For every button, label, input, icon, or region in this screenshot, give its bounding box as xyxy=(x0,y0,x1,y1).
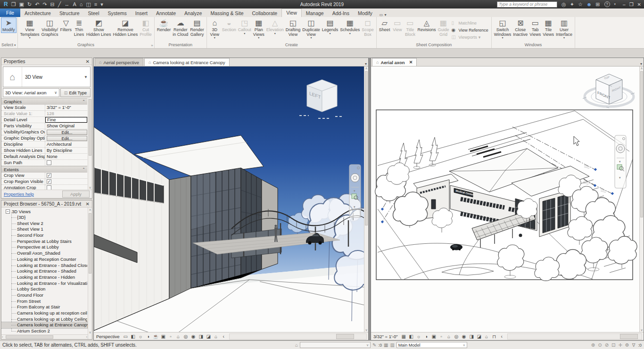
drag-on-selection-icon[interactable]: ✛ xyxy=(618,342,622,348)
section-header-graphics[interactable]: Graphics⌃ xyxy=(1,98,87,105)
ribbon-tab-collaborate[interactable]: Collaborate xyxy=(248,9,281,17)
scroll-down-icon[interactable]: ∨ xyxy=(364,328,368,332)
plan-views-button[interactable]: ▦Plan Views▾ xyxy=(252,18,265,39)
tree-item[interactable]: Looking at Entrance - for Visualizatio xyxy=(1,281,87,287)
filters-button[interactable]: ▽Filters xyxy=(59,18,73,33)
tree-item[interactable]: Looking at Entrance - Shaded Close xyxy=(1,263,87,269)
close-button[interactable]: ✕ xyxy=(637,2,641,7)
drafting-view-button[interactable]: ◱Drafting View xyxy=(285,18,302,37)
text-icon[interactable]: A xyxy=(73,0,76,8)
tree-collapse-icon[interactable]: − xyxy=(6,209,10,214)
scroll-left-icon[interactable]: ‹ xyxy=(2,335,3,339)
panel-label[interactable]: Select ▾ xyxy=(0,42,17,48)
save-icon[interactable]: ▣ xyxy=(19,0,24,8)
temporary-view-properties-icon[interactable]: ◨ xyxy=(468,333,475,340)
checkbox-checked[interactable]: ✓ xyxy=(47,173,51,178)
show-crop-region-icon[interactable]: ▫ xyxy=(167,333,174,340)
select-links-icon[interactable]: ⊕ xyxy=(591,342,595,348)
property-value[interactable]: None xyxy=(45,154,87,159)
canvas-vscrollbar-right[interactable]: ∧ ∨ xyxy=(639,66,644,332)
properties-scrollbar[interactable]: ∨ xyxy=(88,98,92,190)
steering-wheel-icon[interactable] xyxy=(351,174,359,182)
view-tab-aerial-perspective[interactable]: ⌂Aerial perspective xyxy=(95,58,143,66)
close-icon[interactable]: ✕ xyxy=(86,201,90,207)
exclude-options-icon[interactable]: ▥ xyxy=(390,342,394,348)
scroll-down-icon[interactable]: ∨ xyxy=(640,328,644,332)
scroll-up-icon[interactable]: ∧ xyxy=(88,208,92,212)
tree-item-selected[interactable]: Camera looking at Entrance Canopy xyxy=(1,322,89,328)
checkbox[interactable] xyxy=(47,185,51,190)
perspective-canvas[interactable]: LEFT ▾ ▾ xyxy=(94,66,368,332)
close-icon[interactable]: ✕ xyxy=(86,59,90,64)
visual-style-icon[interactable]: ◧ xyxy=(408,333,415,340)
render-gallery-button[interactable]: ▤Render Gallery xyxy=(189,18,205,37)
render-button[interactable]: ☕Render xyxy=(156,18,172,33)
reveal-hidden-elements-icon[interactable]: ◉ xyxy=(461,333,468,340)
ribbon-tab-structure[interactable]: Structure xyxy=(55,9,84,17)
canvas-vscrollbar-left[interactable]: ∧ ∨ xyxy=(364,66,368,332)
sync-icon[interactable]: ↻ xyxy=(27,0,32,8)
thin-lines-icon[interactable]: ≡ xyxy=(94,0,97,8)
render-in-cloud-button[interactable]: ☁Render in Cloud xyxy=(172,18,189,37)
property-value[interactable]: Edit... xyxy=(45,129,87,135)
tree-root-3d-views[interactable]: −3D Views xyxy=(1,208,92,215)
tree-item[interactable]: Looking at Entrance - Hidden xyxy=(1,274,87,281)
measure-icon[interactable]: ╱ xyxy=(58,0,61,8)
displacement-sets-icon[interactable]: ⌂ xyxy=(483,333,490,340)
tree-item[interactable]: Looking at Reception Counter xyxy=(1,257,87,263)
worksharing-display-icon[interactable]: ◪ xyxy=(205,333,212,340)
background-processes-icon[interactable]: ⚙ xyxy=(625,342,629,348)
open-icon[interactable]: ❐ xyxy=(11,0,16,8)
property-value[interactable]: By Discipline xyxy=(45,148,87,153)
canvas-hscrollbar[interactable] xyxy=(229,333,367,340)
worksharing-display-icon[interactable]: ◪ xyxy=(476,333,483,340)
checkbox-checked[interactable]: ✓ xyxy=(47,179,51,184)
communication-center-icon[interactable]: ✦ xyxy=(570,0,574,8)
tree-item[interactable]: Sheet View 1 xyxy=(1,226,87,233)
scrollbar-thumb[interactable] xyxy=(336,334,354,339)
ribbon-tab-manage[interactable]: Manage xyxy=(302,9,328,17)
tree-item[interactable]: {3D} xyxy=(1,215,87,221)
editable-only-icon[interactable]: ✎ xyxy=(372,342,376,348)
collapse-icon[interactable]: ⌃ xyxy=(82,167,85,172)
detail-level-ic on[interactable]: ▦ xyxy=(400,333,407,340)
edit-button[interactable]: Edit... xyxy=(47,136,87,141)
aligned-dimension-icon[interactable]: ↔ xyxy=(64,0,69,8)
view-scale-label[interactable]: Perspective xyxy=(96,334,120,339)
rendering-dialog-icon[interactable]: ☕ xyxy=(152,333,159,340)
revisions-button[interactable]: ◬Revisions xyxy=(416,18,437,33)
ribbon-tab-insert[interactable]: Insert xyxy=(131,9,152,17)
restore-button[interactable]: ❐ xyxy=(629,2,634,7)
tree-item[interactable]: From Street xyxy=(1,299,87,305)
section-icon[interactable]: ◫ xyxy=(86,0,91,8)
canvas-hscrollbar[interactable] xyxy=(507,333,642,340)
ribbon-tab-massing-site[interactable]: Massing & Site xyxy=(206,9,248,17)
property-value[interactable]: Edit... xyxy=(45,135,87,141)
show-hidden-lines-button[interactable]: ◩Show Hidden Lines xyxy=(85,18,112,37)
tab-views-button[interactable]: ▭Tab Views xyxy=(528,18,542,37)
tree-item[interactable]: Sheet View 2 xyxy=(1,221,87,227)
scroll-down-icon[interactable]: ∨ xyxy=(88,330,92,334)
design-option-dropdown[interactable]: Main Model ∨ xyxy=(396,342,467,348)
select-underlay-icon[interactable]: ⊘ xyxy=(605,342,609,348)
duplicate-view-button[interactable]: ◫Duplicate View▾ xyxy=(301,18,321,39)
property-value[interactable]: 128 xyxy=(45,111,87,116)
tab-list-chevron-icon[interactable]: ▾ xyxy=(640,62,644,66)
view-reference-button[interactable]: ◉View Reference xyxy=(450,27,489,33)
ribbon-tab-modify[interactable]: Modify xyxy=(354,9,377,17)
3d-view-button[interactable]: ⌂3D View▾ xyxy=(208,18,221,39)
section-header-extents[interactable]: Extents⌃ xyxy=(1,166,87,173)
show-crop-region-icon[interactable]: ▫ xyxy=(438,333,445,340)
lock-3d-view-icon[interactable]: ⌂ xyxy=(175,333,182,340)
help-icon[interactable]: ? xyxy=(604,1,610,7)
print-icon[interactable]: ⊟ xyxy=(50,0,55,8)
revit-logo-icon[interactable]: R xyxy=(4,0,8,8)
show-constraints-icon[interactable]: ⊓ xyxy=(491,333,498,340)
reveal-hidden-elements-icon[interactable]: ◉ xyxy=(190,333,197,340)
scroll-right-icon[interactable]: › xyxy=(86,335,87,339)
legends-button[interactable]: ▤Legends▾ xyxy=(321,18,339,35)
remove-hidden-lines-button[interactable]: ◪Remove Hidden Lines xyxy=(112,18,139,37)
ribbon-tab-steel[interactable]: Steel xyxy=(84,9,104,17)
select-by-face-icon[interactable]: ⊡ xyxy=(611,342,615,348)
view-selector-dropdown[interactable]: 3D View: Aerial axon ∨ xyxy=(3,88,59,97)
